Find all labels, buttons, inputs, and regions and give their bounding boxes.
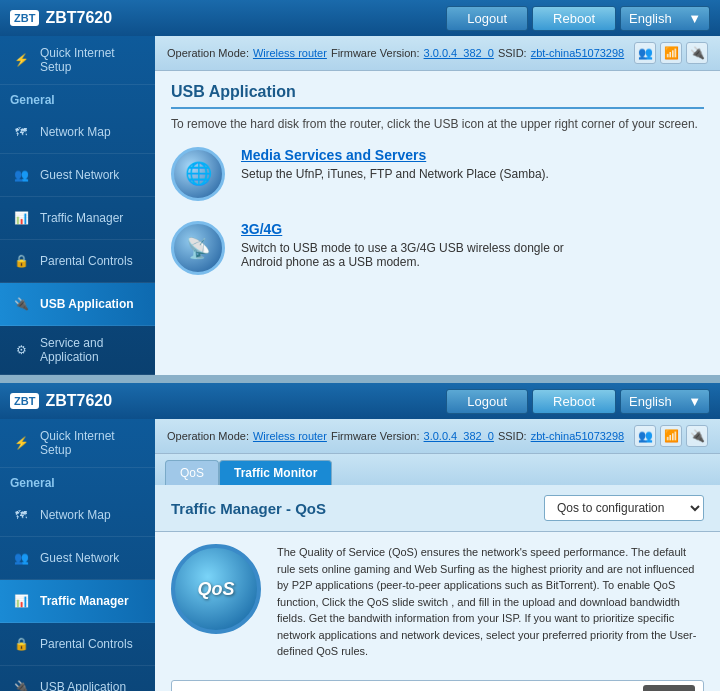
layout2: ⚡ Logout Quick Internet Setup General 🗺 …	[0, 419, 720, 691]
sidebar-item-parental-controls[interactable]: 🔒 Parental Controls	[0, 240, 155, 283]
info-bar1: Operation Mode: Wireless router Firmware…	[155, 36, 720, 71]
media-services-icon: 🌐	[171, 147, 225, 201]
logo1: ZBT ZBT7620	[10, 9, 446, 27]
network-map-icon: 🗺	[10, 121, 32, 143]
usb-icon-btn2[interactable]: 🔌	[686, 425, 708, 447]
panel-separator	[0, 375, 720, 383]
usb-application-icon2: 🔌	[10, 676, 32, 691]
language-select2[interactable]: English ▼	[620, 389, 710, 414]
zbt-badge2: ZBT	[10, 393, 39, 409]
guest-network-icon2: 👥	[10, 547, 32, 569]
sidebar-item-label-guest: Guest Network	[40, 168, 119, 182]
sidebar2-item-guest-network[interactable]: 👥 Guest Network	[0, 537, 155, 580]
header2: ZBT ZBT7620 Logout Reboot English ▼	[0, 383, 720, 419]
sidebar2-item-parental-controls[interactable]: 🔒 Parental Controls	[0, 623, 155, 666]
chevron-down-icon1: ▼	[688, 11, 701, 26]
sidebar-item-network-map[interactable]: 🗺 Network Map	[0, 111, 155, 154]
usb-item-media: 🌐 Media Services and Servers Setup the U…	[171, 147, 704, 201]
sidebar-item-label-parental: Parental Controls	[40, 254, 133, 268]
toggle-off-label[interactable]: OFF	[643, 685, 695, 692]
qos-logo-circle: QoS	[171, 544, 261, 634]
page-content1: USB Application To remove the hard disk …	[155, 71, 720, 287]
ssid-value2[interactable]: zbt-china51073298	[531, 430, 625, 442]
page-description1: To remove the hard disk from the router,…	[171, 117, 704, 131]
sidebar2-item-quick-internet[interactable]: ⚡ Logout Quick Internet Setup	[0, 419, 155, 468]
panel2: ZBT ZBT7620 Logout Reboot English ▼ ⚡ Lo…	[0, 383, 720, 691]
operation-mode-value2[interactable]: Wireless router	[253, 430, 327, 442]
sidebar2-item-traffic-manager[interactable]: 📊 Traffic Manager	[0, 580, 155, 623]
media-services-link[interactable]: Media Services and Servers	[241, 147, 549, 163]
traffic-manager-icon2: 📊	[10, 590, 32, 612]
sidebar-item-quick-internet[interactable]: ⚡ Quick Internet Setup	[0, 36, 155, 85]
language-select1[interactable]: English ▼	[620, 6, 710, 31]
sidebar-item-traffic-manager[interactable]: 📊 Traffic Manager	[0, 197, 155, 240]
operation-mode-label2: Operation Mode:	[167, 430, 249, 442]
firmware-value2[interactable]: 3.0.0.4_382_0	[424, 430, 494, 442]
ssid-label1: SSID:	[498, 47, 527, 59]
logout-button1[interactable]: Logout	[446, 6, 528, 31]
header-nav1: Logout Reboot English ▼	[446, 6, 710, 31]
tab-qos[interactable]: QoS	[165, 460, 219, 485]
ssid-value1[interactable]: zbt-china51073298	[531, 47, 625, 59]
traffic-manager-icon: 📊	[10, 207, 32, 229]
3g4g-desc: Switch to USB mode to use a 3G/4G USB wi…	[241, 241, 581, 269]
header-nav2: Logout Reboot English ▼	[446, 389, 710, 414]
sidebar-item-label-usb: USB Application	[40, 297, 134, 311]
qos-dropdown[interactable]: Qos to configuration	[544, 495, 704, 521]
sidebar-item-label-network: Network Map	[40, 125, 111, 139]
info-icons2: 👥 📶 🔌	[634, 425, 708, 447]
main-content1: Operation Mode: Wireless router Firmware…	[155, 36, 720, 375]
service-application-icon: ⚙	[10, 339, 32, 361]
qos-logo-text: QoS	[197, 579, 234, 600]
panel1: ZBT ZBT7620 Logout Reboot English ▼ ⚡ Qu…	[0, 0, 720, 375]
chevron-down-icon2: ▼	[688, 394, 701, 409]
reboot-button1[interactable]: Reboot	[532, 6, 616, 31]
header1: ZBT ZBT7620 Logout Reboot English ▼	[0, 0, 720, 36]
smart-qos-row: Enable Smart QoS OFF	[171, 680, 704, 692]
parental-controls-icon2: 🔒	[10, 633, 32, 655]
sidebar2-item-usb-application[interactable]: 🔌 USB Application	[0, 666, 155, 691]
3g4g-icon: 📡	[171, 221, 225, 275]
sidebar-item-service-application[interactable]: ⚙ Service and Application	[0, 326, 155, 375]
firmware-label1: Firmware Version:	[331, 47, 420, 59]
sidebar2: ⚡ Logout Quick Internet Setup General 🗺 …	[0, 419, 155, 691]
quick-internet-icon2: ⚡	[10, 432, 32, 454]
sidebar2-general-section: General	[0, 468, 155, 494]
media-services-text: Media Services and Servers Setup the Ufn…	[241, 147, 549, 181]
operation-mode-value1[interactable]: Wireless router	[253, 47, 327, 59]
usb-icon-btn[interactable]: 🔌	[686, 42, 708, 64]
logout-button2[interactable]: Logout	[446, 389, 528, 414]
sidebar-item-usb-application[interactable]: 🔌 USB Application	[0, 283, 155, 326]
parental-controls-icon: 🔒	[10, 250, 32, 272]
info-bar-left1: Operation Mode: Wireless router Firmware…	[167, 47, 624, 59]
model-name2: ZBT7620	[45, 392, 112, 410]
tab-traffic-monitor[interactable]: Traffic Monitor	[219, 460, 332, 485]
firmware-value1[interactable]: 3.0.0.4_382_0	[424, 47, 494, 59]
reboot-button2[interactable]: Reboot	[532, 389, 616, 414]
info-bar-left2: Operation Mode: Wireless router Firmware…	[167, 430, 624, 442]
main-content2: Operation Mode: Wireless router Firmware…	[155, 419, 720, 691]
ssid-label2: SSID:	[498, 430, 527, 442]
users-icon2[interactable]: 👥	[634, 425, 656, 447]
sidebar-item-guest-network[interactable]: 👥 Guest Network	[0, 154, 155, 197]
users-icon[interactable]: 👥	[634, 42, 656, 64]
lang-label1: English	[629, 11, 672, 26]
layout1: ⚡ Quick Internet Setup General 🗺 Network…	[0, 36, 720, 375]
model-name1: ZBT7620	[45, 9, 112, 27]
3g4g-link[interactable]: 3G/4G	[241, 221, 581, 237]
info-bar2: Operation Mode: Wireless router Firmware…	[155, 419, 720, 454]
smart-qos-container: Enable Smart QoS OFF	[155, 672, 720, 692]
usb-application-icon: 🔌	[10, 293, 32, 315]
qos-title: Traffic Manager - QoS	[171, 500, 326, 517]
quick-internet-icon: ⚡	[10, 49, 32, 71]
qos-header: Traffic Manager - QoS Qos to configurati…	[155, 485, 720, 532]
usb-items-list: 🌐 Media Services and Servers Setup the U…	[171, 147, 704, 275]
wifi-icon-btn2[interactable]: 📶	[660, 425, 682, 447]
logo2: ZBT ZBT7620	[10, 392, 446, 410]
qos-description: The Quality of Service (QoS) ensures the…	[277, 544, 704, 660]
sidebar-item-label-traffic: Traffic Manager	[40, 211, 123, 225]
wifi-icon-btn[interactable]: 📶	[660, 42, 682, 64]
sidebar-item-label-service: Service and Application	[40, 336, 145, 364]
zbt-badge: ZBT	[10, 10, 39, 26]
sidebar2-item-network-map[interactable]: 🗺 Network Map	[0, 494, 155, 537]
